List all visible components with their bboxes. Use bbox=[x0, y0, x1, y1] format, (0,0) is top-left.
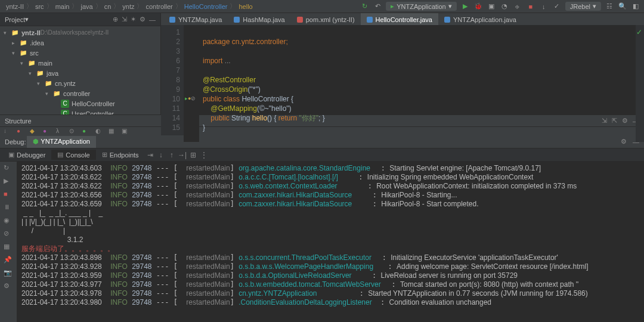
hide-icon[interactable]: — bbox=[149, 16, 156, 23]
property-icon[interactable]: ● bbox=[43, 128, 51, 136]
editor-tab[interactable]: pom.xml (yntz-II) bbox=[291, 13, 361, 25]
editor-tab[interactable]: YNTZMap.java bbox=[163, 13, 228, 25]
evaluate-icon[interactable]: ⊞ bbox=[188, 151, 199, 159]
editor-tab[interactable]: HashMap.java bbox=[228, 13, 290, 25]
debug-side-toolbar: ↻ ▶ ■ ⏸ ◉ ⊘ ▦ 📌 📷 ⚙ bbox=[0, 162, 17, 322]
sub-tab-console[interactable]: ▤Console bbox=[51, 150, 95, 160]
tree-node[interactable]: ▾📁src bbox=[0, 48, 160, 58]
debug-icon[interactable]: 🐞 bbox=[473, 2, 483, 11]
run-config-select[interactable]: ▸YNTZApplication ▾ bbox=[386, 2, 457, 11]
breadcrumb[interactable]: src bbox=[33, 3, 47, 10]
resume-icon[interactable]: ▶ bbox=[4, 177, 13, 187]
top-navbar: yntz-II〉 src〉 main〉 java〉 cn〉 yntz〉 cont… bbox=[0, 0, 644, 13]
git-commit-icon[interactable]: ✓ bbox=[552, 2, 562, 11]
sub-tab-debugger[interactable]: ▣Debugger bbox=[2, 150, 51, 160]
layout-icon[interactable]: ▦ bbox=[4, 243, 13, 252]
settings-icon[interactable]: ⚙ bbox=[4, 282, 13, 292]
console-output[interactable]: 2021-04-17 13:20:43.603 INFO 29748 --- [… bbox=[17, 162, 644, 322]
project-panel: Project ▾ ⊕ ⇲ ✶ ⚙ — ▾📁yntz-II D:\Data\wo… bbox=[0, 13, 161, 114]
toolbar-icon[interactable]: ▣ bbox=[122, 128, 130, 136]
editor-tab[interactable]: HelloController.java bbox=[361, 13, 438, 25]
tree-node[interactable]: ▸📁.idea bbox=[0, 38, 160, 48]
mute-icon[interactable]: ⊘ bbox=[4, 230, 13, 239]
more-icon[interactable]: ☷ bbox=[605, 2, 614, 11]
breadcrumb[interactable]: yntz bbox=[120, 3, 137, 10]
editor-scrollbar[interactable]: ✓ bbox=[636, 25, 644, 142]
anon-icon[interactable]: ⊙ bbox=[69, 128, 78, 136]
search-icon[interactable]: 🔍 bbox=[618, 2, 627, 11]
toolbar-icon[interactable]: ◐ bbox=[95, 128, 104, 136]
sub-tab-endpoints[interactable]: ⊞Endpoints bbox=[96, 150, 145, 160]
pause-icon[interactable]: ⏸ bbox=[4, 203, 13, 213]
panel-settings-icon[interactable]: ⚙ bbox=[140, 16, 145, 23]
step-into-icon[interactable]: ↓ bbox=[156, 151, 166, 159]
camera-icon[interactable]: 📷 bbox=[4, 269, 13, 278]
debug-panel: Debug: ⬢ YNTZApplication ⚙ — ▣Debugger ▤… bbox=[0, 135, 644, 322]
debug-settings-icon[interactable]: ⚙ bbox=[621, 138, 627, 145]
debug-tab-app[interactable]: ⬢ YNTZApplication bbox=[27, 136, 95, 148]
attach-icon[interactable]: ⎆ bbox=[513, 2, 522, 11]
tree-node[interactable]: ▾📁main bbox=[0, 58, 160, 68]
view-breakpoints-icon[interactable]: ◉ bbox=[4, 216, 13, 226]
tree-node[interactable]: ▾📁controller bbox=[0, 88, 160, 98]
tree-class[interactable]: CUserController bbox=[0, 109, 160, 114]
tree-node[interactable]: ▾📁cn.yntz bbox=[0, 78, 160, 88]
more-icon[interactable]: ⋮ bbox=[199, 151, 209, 159]
project-tree: ▾📁yntz-II D:\Data\workspace\yntz-II ▸📁.i… bbox=[0, 26, 160, 114]
breadcrumb[interactable]: java bbox=[78, 3, 95, 10]
field-icon[interactable]: ● bbox=[17, 128, 25, 136]
editor-panel: YNTZMap.javaHashMap.javapom.xml (yntz-II… bbox=[161, 13, 644, 114]
structure-settings-icon[interactable]: ⚙ bbox=[622, 117, 628, 125]
select-opened-icon[interactable]: ⊕ bbox=[113, 16, 118, 23]
editor-gutter: 123678910111415 bbox=[161, 25, 184, 142]
inherited-icon[interactable]: ● bbox=[82, 128, 91, 136]
coverage-icon[interactable]: ▣ bbox=[487, 2, 496, 11]
profile-icon[interactable]: ◔ bbox=[500, 2, 509, 11]
breadcrumb-root[interactable]: yntz-II bbox=[4, 3, 26, 10]
run-icon[interactable]: ▶ bbox=[460, 2, 470, 11]
lambda-icon[interactable]: λ bbox=[56, 128, 64, 136]
method-icon[interactable]: ◆ bbox=[30, 128, 38, 136]
breadcrumb[interactable]: controller bbox=[143, 3, 175, 10]
editor-tab[interactable]: YNTZApplication.java bbox=[438, 13, 522, 25]
editor-code[interactable]: package cn.yntz.controller; import ... @… bbox=[199, 25, 636, 142]
structure-title: Structure bbox=[5, 117, 32, 125]
stop-icon[interactable]: ■ bbox=[526, 2, 535, 11]
code-line: package cn.yntz.controller; bbox=[203, 38, 288, 46]
rerun-icon[interactable]: ↻ bbox=[4, 164, 13, 174]
expand-icon[interactable]: ⇲ bbox=[122, 16, 127, 23]
breadcrumb[interactable]: hello bbox=[236, 3, 255, 10]
collapse-icon[interactable]: ✶ bbox=[131, 16, 136, 23]
notifications-icon[interactable]: ◧ bbox=[631, 2, 640, 11]
tree-node[interactable]: ▾📁java bbox=[0, 68, 160, 78]
structure-collapse-icon[interactable]: ⇱ bbox=[612, 117, 617, 125]
editor-tabs: YNTZMap.javaHashMap.javapom.xml (yntz-II… bbox=[161, 13, 644, 25]
step-out-icon[interactable]: ↑ bbox=[166, 151, 177, 159]
pin-icon[interactable]: 📌 bbox=[4, 256, 13, 265]
tree-class[interactable]: CHelloController bbox=[0, 98, 160, 109]
breadcrumb[interactable]: cn bbox=[102, 3, 114, 10]
run-cursor-icon[interactable]: →| bbox=[177, 151, 188, 159]
tree-root[interactable]: ▾📁yntz-II D:\Data\workspace\yntz-II bbox=[0, 27, 160, 38]
debug-title: Debug: bbox=[5, 138, 26, 145]
sort-icon[interactable]: ↓ bbox=[4, 128, 12, 136]
step-over-icon[interactable]: ⇥ bbox=[145, 151, 156, 159]
jrebel-select[interactable]: JRebel ▾ bbox=[565, 2, 601, 11]
stop-icon[interactable]: ■ bbox=[4, 190, 13, 200]
back-icon[interactable]: ↶ bbox=[373, 2, 382, 11]
panel-title: Project bbox=[5, 16, 25, 23]
breadcrumb[interactable]: HelloController bbox=[182, 3, 230, 10]
breadcrumb[interactable]: main bbox=[53, 3, 72, 10]
editor-gutter-icons: ▸●⊘ bbox=[184, 25, 199, 142]
git-update-icon[interactable]: ↓ bbox=[539, 2, 549, 11]
sync-icon[interactable]: ↻ bbox=[360, 2, 369, 11]
structure-expand-icon[interactable]: ⇲ bbox=[602, 117, 607, 125]
toolbar-icon[interactable]: ▦ bbox=[109, 128, 117, 136]
